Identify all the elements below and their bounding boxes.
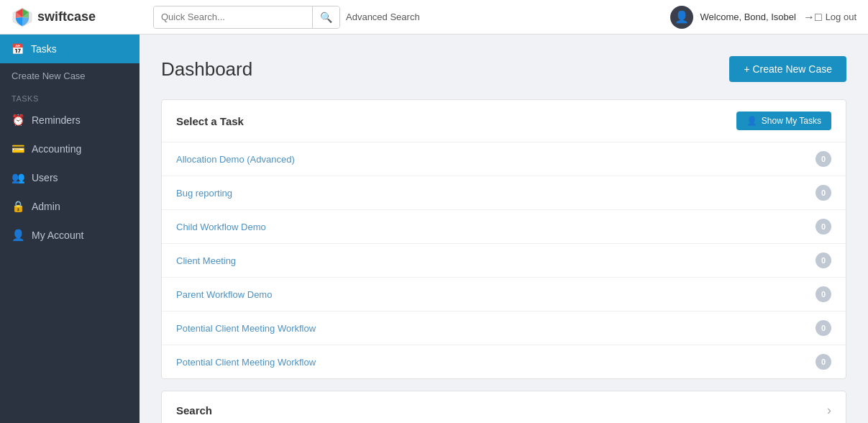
- task-row[interactable]: Potential Client Meeting Workflow 0: [162, 345, 846, 378]
- search-box: 🔍: [153, 6, 340, 29]
- sidebar-tasks-label: Tasks: [31, 43, 57, 55]
- task-card: Select a Task 👤 Show My Tasks Allocation…: [161, 99, 846, 379]
- page-header: Dashboard + Create New Case: [161, 56, 846, 82]
- main-content: Dashboard + Create New Case Select a Tas…: [140, 35, 868, 423]
- logo-area: swiftcase: [12, 6, 145, 28]
- sidebar-item-users[interactable]: 👥 Users: [0, 163, 140, 192]
- task-row[interactable]: Client Meeting 0: [162, 244, 846, 278]
- task-name: Bug reporting: [176, 188, 232, 199]
- search-area: 🔍 Advanced Search: [153, 6, 662, 29]
- show-my-tasks-label: Show My Tasks: [762, 116, 821, 126]
- layout: 📅 Tasks Create New Case Tasks ⏰ Reminder…: [0, 35, 868, 423]
- my-account-icon: 👤: [12, 229, 24, 242]
- task-name: Potential Client Meeting Workflow: [176, 357, 316, 368]
- search-card-label: Search: [176, 404, 212, 417]
- task-row[interactable]: Child Workflow Demo 0: [162, 210, 846, 244]
- logout-icon: →□: [803, 11, 822, 24]
- task-row[interactable]: Potential Client Meeting Workflow 0: [162, 311, 846, 345]
- sidebar: 📅 Tasks Create New Case Tasks ⏰ Reminder…: [0, 35, 140, 423]
- search-card: Search ›: [161, 391, 846, 423]
- sidebar-tasks-section: Tasks: [0, 88, 140, 106]
- sidebar-admin-label: Admin: [32, 201, 60, 212]
- logout-label[interactable]: Log out: [826, 12, 856, 22]
- task-count-badge: 0: [816, 151, 831, 167]
- sidebar-item-admin[interactable]: 🔒 Admin: [0, 192, 140, 221]
- sidebar-item-reminders[interactable]: ⏰ Reminders: [0, 106, 140, 135]
- task-name: Parent Workflow Demo: [176, 289, 272, 300]
- logout-area[interactable]: →□ Log out: [803, 11, 856, 24]
- task-count-badge: 0: [816, 219, 831, 235]
- app-name: swiftcase: [37, 9, 96, 24]
- task-name: Child Workflow Demo: [176, 222, 266, 232]
- sidebar-reminders-label: Reminders: [32, 114, 81, 126]
- task-card-title: Select a Task: [176, 115, 244, 127]
- search-button[interactable]: 🔍: [312, 6, 339, 28]
- welcome-text: Welcome, Bond, Isobel: [700, 12, 796, 22]
- task-count-badge: 0: [816, 185, 831, 201]
- task-name: Allocation Demo (Advanced): [176, 154, 295, 165]
- topbar: swiftcase 🔍 Advanced Search 👤 Welcome, B…: [0, 0, 868, 35]
- chevron-right-icon: ›: [827, 403, 831, 418]
- task-card-header: Select a Task 👤 Show My Tasks: [162, 100, 846, 142]
- task-row[interactable]: Allocation Demo (Advanced) 0: [162, 142, 846, 176]
- task-count-badge: 0: [816, 354, 831, 370]
- sidebar-item-accounting[interactable]: 💳 Accounting: [0, 135, 140, 163]
- show-my-tasks-button[interactable]: 👤 Show My Tasks: [736, 112, 831, 130]
- task-list: Allocation Demo (Advanced) 0 Bug reporti…: [162, 142, 846, 378]
- sidebar-accounting-label: Accounting: [32, 143, 81, 155]
- task-count-badge: 0: [816, 286, 831, 302]
- avatar: 👤: [670, 6, 693, 29]
- page-title: Dashboard: [161, 58, 252, 81]
- search-card-row[interactable]: Search ›: [162, 391, 846, 423]
- tasks-icon: 📅: [12, 43, 24, 55]
- task-row[interactable]: Bug reporting 0: [162, 176, 846, 210]
- accounting-icon: 💳: [12, 142, 24, 155]
- sidebar-my-account-label: My Account: [32, 229, 83, 241]
- logo-icon: [12, 6, 33, 28]
- task-name: Potential Client Meeting Workflow: [176, 323, 316, 334]
- task-row[interactable]: Parent Workflow Demo 0: [162, 278, 846, 311]
- sidebar-users-label: Users: [32, 172, 58, 183]
- user-area: 👤 Welcome, Bond, Isobel →□ Log out: [670, 6, 857, 29]
- users-icon: 👥: [12, 171, 24, 184]
- create-new-case-button[interactable]: + Create New Case: [729, 56, 846, 82]
- sidebar-item-my-account[interactable]: 👤 My Account: [0, 221, 140, 250]
- person-icon: 👤: [746, 116, 757, 126]
- task-count-badge: 0: [816, 253, 831, 268]
- reminders-icon: ⏰: [12, 114, 24, 127]
- advanced-search-link[interactable]: Advanced Search: [346, 12, 420, 22]
- sidebar-create-new-case-link[interactable]: Create New Case: [0, 63, 140, 88]
- admin-icon: 🔒: [12, 200, 24, 213]
- task-count-badge: 0: [816, 320, 831, 336]
- search-input[interactable]: [154, 6, 312, 28]
- sidebar-item-tasks-active[interactable]: 📅 Tasks: [0, 35, 140, 63]
- task-name: Client Meeting: [176, 255, 236, 266]
